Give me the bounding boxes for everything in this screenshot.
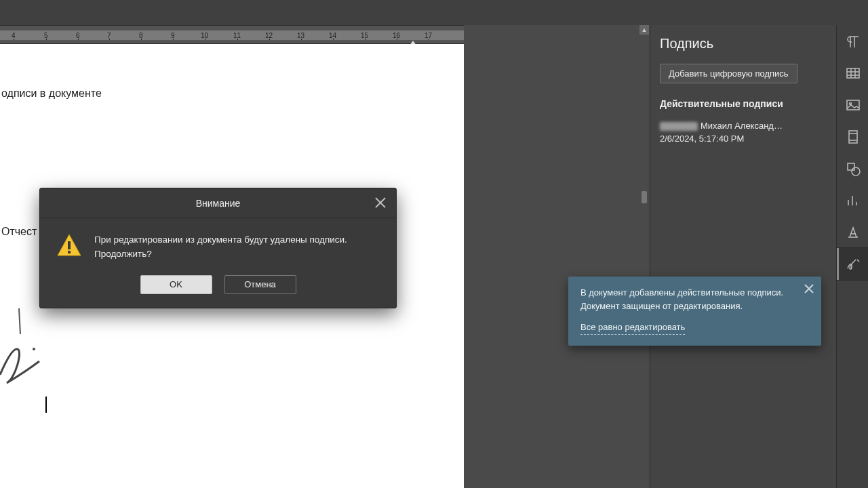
handwritten-signature-image	[0, 308, 41, 390]
valid-signatures-header: Действительные подписи	[660, 98, 827, 109]
close-icon	[374, 197, 387, 209]
ruler-tick: 9	[171, 32, 175, 39]
signature-name-line: Михаил Александ…	[660, 120, 827, 133]
svg-rect-7	[68, 241, 71, 249]
ruler-tick: 4	[12, 32, 16, 39]
dialog-message-line: Продолжить?	[94, 247, 347, 262]
close-icon	[804, 283, 814, 294]
ruler-tick: 13	[297, 32, 304, 39]
cancel-button[interactable]: Отмена	[224, 275, 296, 294]
textart-icon	[846, 225, 861, 240]
document-text-line: одписи в документе	[1, 87, 102, 100]
signature-panel: Подпись Добавить цифровую подпись Действ…	[650, 25, 836, 488]
app-titlebar	[0, 0, 868, 25]
shape-icon	[846, 161, 861, 176]
signature-timestamp: 2/6/2024, 5:17:40 PM	[660, 133, 827, 146]
svg-rect-5	[848, 163, 854, 170]
ruler-tick: 15	[361, 32, 368, 39]
ruler-tick: 8	[139, 32, 143, 39]
svg-point-3	[849, 102, 851, 104]
ruler-tick: 11	[233, 32, 241, 39]
image-tab[interactable]	[837, 89, 868, 121]
svg-rect-4	[849, 131, 857, 143]
ruler-tick: 16	[393, 32, 400, 39]
toast-text-line: Документ защищен от редактирования.	[580, 300, 797, 313]
paragraph-tab[interactable]	[837, 25, 868, 57]
vertical-scrollbar[interactable]: ▲	[639, 25, 650, 488]
protection-toast: В документ добавлены действительные подп…	[568, 277, 821, 346]
ruler-tick: 6	[76, 32, 80, 39]
svg-point-6	[852, 167, 860, 176]
redacted-text	[660, 122, 698, 131]
dialog-close-button[interactable]	[374, 197, 387, 209]
ruler-tick: 7	[107, 32, 111, 39]
table-icon	[846, 66, 861, 81]
right-tool-rail	[836, 25, 868, 488]
scroll-thumb[interactable]	[642, 191, 647, 203]
panel-title: Подпись	[660, 36, 827, 52]
ruler-track: 4 5 6 7 8 9 10 11 12 13 14 15 16 17	[0, 30, 464, 40]
header-footer-tab[interactable]	[837, 121, 868, 152]
ruler-tick: 10	[201, 32, 208, 39]
svg-rect-2	[847, 100, 859, 110]
image-icon	[846, 98, 861, 113]
ok-button[interactable]: OK	[140, 275, 212, 294]
canvas-background	[464, 25, 650, 488]
table-tab[interactable]	[837, 57, 868, 89]
svg-point-0	[33, 348, 35, 350]
signature-entry[interactable]: Михаил Александ… 2/6/2024, 5:17:40 PM	[660, 120, 827, 146]
toast-text-line: В документ добавлены действительные подп…	[580, 286, 797, 300]
svg-rect-1	[847, 68, 859, 78]
warning-dialog: Внимание При редактировании из документа…	[39, 188, 397, 308]
ruler-tick: 12	[265, 32, 273, 39]
shape-tab[interactable]	[837, 152, 868, 184]
scroll-up-button[interactable]: ▲	[639, 25, 649, 35]
signature-icon	[846, 257, 861, 272]
add-digital-signature-button[interactable]: Добавить цифровую подпись	[660, 64, 797, 83]
dialog-message-line: При редактировании из документа будут уд…	[94, 233, 347, 247]
ruler-tick: 14	[329, 32, 336, 39]
dialog-message: При редактировании из документа будут уд…	[94, 233, 347, 262]
signature-name: Михаил Александ…	[701, 121, 783, 131]
ruler-tick: 5	[44, 32, 48, 39]
dialog-title: Внимание	[196, 198, 241, 209]
paragraph-icon	[846, 34, 861, 49]
edit-anyway-link[interactable]: Все равно редактировать	[580, 321, 685, 335]
dialog-titlebar: Внимание	[40, 188, 396, 218]
document-text-line: Отчест	[1, 226, 37, 238]
warning-icon	[56, 233, 82, 262]
text-cursor	[45, 396, 47, 413]
toast-close-button[interactable]	[804, 283, 814, 294]
chart-icon	[846, 193, 861, 208]
page-icon	[846, 129, 861, 144]
chart-tab[interactable]	[837, 184, 868, 216]
ruler-tick: 17	[425, 32, 432, 39]
signature-tab[interactable]	[837, 248, 868, 280]
horizontal-ruler: 4 5 6 7 8 9 10 11 12 13 14 15 16 17	[0, 25, 464, 44]
textart-tab[interactable]	[837, 216, 868, 248]
svg-rect-8	[68, 251, 71, 253]
